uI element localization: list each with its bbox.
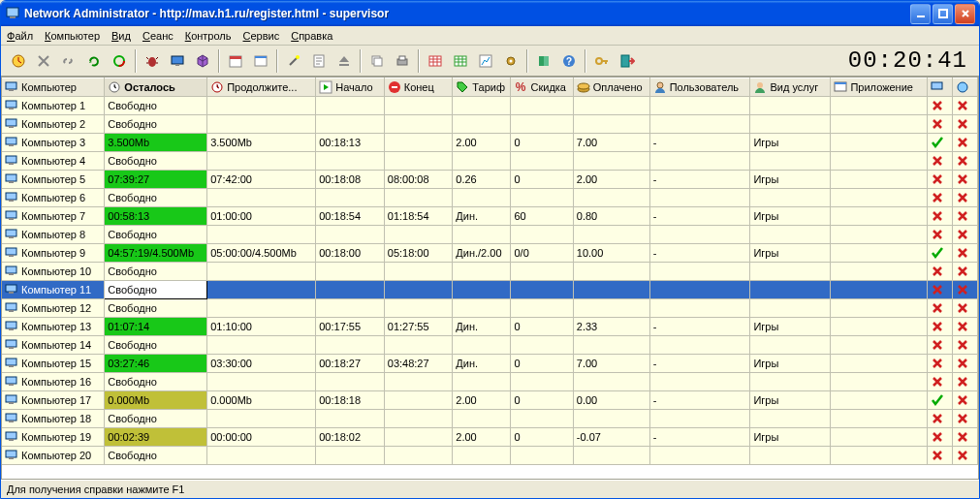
menu-справка[interactable]: Справка (291, 30, 332, 42)
toolbar-refresh-button[interactable] (108, 49, 131, 73)
toolbar-bug-button[interactable] (141, 49, 164, 73)
toolbar-copy-button[interactable] (365, 49, 389, 73)
column-header-paid[interactable]: Оплачено (573, 78, 649, 97)
svg-rect-79 (9, 402, 14, 404)
computer-icon (5, 80, 18, 94)
svg-rect-84 (6, 451, 16, 457)
table-row[interactable]: Компьютер 6Свободно (2, 189, 978, 207)
table-row[interactable]: Компьютер 904:57:19/4.500Mb05:00:00/4.50… (2, 244, 978, 263)
toolbar-exit-button[interactable] (616, 49, 639, 73)
svg-rect-62 (6, 248, 16, 255)
column-header-s2[interactable] (952, 78, 977, 97)
toolbar-redo-button[interactable] (82, 49, 106, 73)
svg-rect-8 (172, 56, 183, 64)
table-row[interactable]: Компьютер 20Свободно (2, 447, 978, 465)
toolbar-help-button[interactable]: ? (557, 49, 581, 73)
status-1-icon (928, 410, 953, 428)
maximize-button[interactable] (933, 4, 953, 24)
column-header-tariff[interactable]: Тариф (453, 78, 511, 97)
toolbar-gear-button[interactable] (499, 49, 522, 73)
svg-point-14 (296, 55, 300, 59)
svg-rect-20 (399, 56, 405, 60)
minimize-button[interactable] (910, 4, 931, 24)
toolbar-chart-button[interactable] (474, 49, 497, 73)
table-row[interactable]: Компьютер 4Свободно (2, 152, 978, 171)
svg-text:%: % (516, 80, 526, 94)
menu-контроль[interactable]: Контроль (185, 30, 232, 42)
status-1-icon (928, 299, 953, 318)
svg-rect-75 (9, 365, 14, 367)
table-row[interactable]: Компьютер 507:39:2707:42:0000:18:0808:00… (2, 171, 978, 189)
status-2-icon (952, 299, 977, 318)
toolbar-print-button[interactable] (391, 49, 414, 73)
toolbar-table-green-button[interactable] (449, 49, 472, 73)
column-header-remain[interactable]: Осталось (105, 78, 207, 97)
percent-icon: % (514, 80, 527, 94)
toolbar-cube-button[interactable] (191, 49, 214, 73)
computer-icon (5, 209, 18, 223)
table-row[interactable]: Компьютер 12Свободно (2, 299, 978, 318)
menu-сеанс[interactable]: Сеанс (142, 30, 174, 42)
menu-вид[interactable]: Вид (111, 30, 131, 42)
table-row[interactable]: Компьютер 1503:27:4603:30:0000:18:2703:4… (2, 355, 978, 373)
table-row[interactable]: Компьютер 700:58:1301:00:0000:18:5401:18… (2, 207, 978, 226)
table-row[interactable]: Компьютер 170.000Mb0.000Mb00:18:182.0000… (2, 391, 978, 410)
table-row[interactable]: Компьютер 16Свободно (2, 373, 978, 391)
column-header-computer[interactable]: Компьютер (2, 78, 105, 97)
table-row[interactable]: Компьютер 14Свободно (2, 336, 978, 355)
toolbar-separator (218, 49, 220, 73)
app-window: Network Administrator - http://mav.h1.ru… (0, 0, 980, 499)
toolbar-eject-button[interactable] (332, 49, 356, 73)
status-2-icon (952, 355, 977, 373)
table-row[interactable]: Компьютер 1Свободно (2, 97, 978, 115)
svg-rect-69 (9, 310, 14, 312)
svg-rect-82 (6, 432, 16, 439)
column-header-duration[interactable]: Продолжите... (207, 78, 316, 97)
column-header-app[interactable]: Приложение (831, 78, 928, 97)
svg-point-7 (148, 57, 156, 67)
table-row[interactable]: Компьютер 1301:07:1401:10:0000:17:5501:2… (2, 318, 978, 336)
table-row[interactable]: Компьютер 2Свободно (2, 115, 978, 134)
user-icon (653, 80, 667, 94)
table-row[interactable]: Компьютер 18Свободно (2, 410, 978, 428)
toolbar-monitor-button[interactable] (166, 49, 189, 73)
table-row[interactable]: Компьютер 1900:02:3900:00:0000:18:022.00… (2, 428, 978, 447)
svg-rect-43 (835, 82, 846, 84)
toolbar-note-button[interactable] (307, 49, 331, 73)
toolbar-calendar-button[interactable] (224, 49, 247, 73)
status-1-icon (928, 171, 953, 189)
toolbar-globe-clock-button[interactable] (7, 49, 30, 73)
column-header-discount[interactable]: %Скидка (511, 78, 573, 97)
table-row[interactable]: Компьютер 10Свободно (2, 263, 978, 281)
close-button[interactable] (955, 4, 975, 24)
title-bar[interactable]: Network Administrator - http://mav.h1.ru… (1, 1, 979, 26)
toolbar-book-button[interactable] (532, 49, 555, 73)
svg-rect-21 (429, 56, 441, 66)
column-header-user[interactable]: Пользователь (649, 78, 750, 97)
column-header-s1[interactable] (928, 78, 953, 97)
table-row[interactable]: Компьютер 11Свободно (2, 281, 978, 299)
menu-сервис[interactable]: Сервис (243, 30, 280, 42)
toolbar-wand-button[interactable] (282, 49, 305, 73)
toolbar-key-button[interactable] (590, 49, 614, 73)
column-header-row[interactable]: КомпьютерОсталосьПродолжите...НачалоКоне… (2, 78, 978, 97)
column-header-service[interactable]: Вид услуг (750, 78, 831, 97)
clock-display: 00:20:41 (848, 47, 973, 74)
table-row[interactable]: Компьютер 8Свободно (2, 226, 978, 244)
toolbar-delete-button[interactable] (32, 49, 55, 73)
svg-rect-3 (939, 10, 947, 17)
computer-icon (5, 320, 18, 333)
table-row[interactable]: Компьютер 33.500Mb3.500Mb00:18:132.0007.… (2, 134, 978, 152)
data-grid[interactable]: КомпьютерОсталосьПродолжите...НачалоКоне… (1, 77, 979, 480)
menu-компьютер[interactable]: Компьютер (45, 30, 100, 42)
toolbar-window-button[interactable] (249, 49, 272, 73)
status-1-icon (928, 263, 953, 281)
status-2-icon (952, 318, 977, 336)
status-2-icon (952, 115, 977, 134)
status-1-icon (928, 428, 953, 447)
column-header-start[interactable]: Начало (316, 78, 385, 97)
column-header-end[interactable]: Конец (384, 78, 453, 97)
toolbar-table-red-button[interactable] (424, 49, 447, 73)
menu-файл[interactable]: Файл (7, 30, 33, 42)
toolbar-link-button[interactable] (57, 49, 80, 73)
